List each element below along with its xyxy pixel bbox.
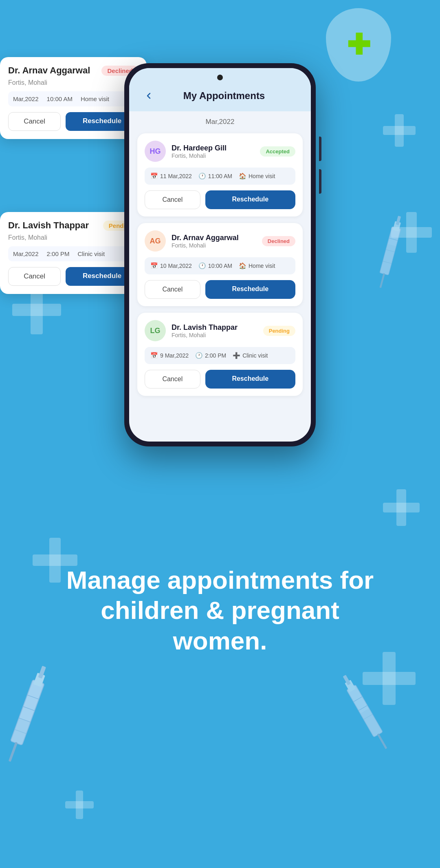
bg-card2-actions: Cancel Reschedule xyxy=(8,267,139,286)
appt3-date: 📅 9 Mar,2022 xyxy=(150,352,189,359)
bg-card1-date: Mar,2022 xyxy=(13,95,39,102)
appt1-doctor-name: Dr. Hardeep Gill xyxy=(172,144,254,152)
appointment-card-3: LG Dr. Lavish Thappar Fortis, Mohali Pen… xyxy=(137,313,303,396)
appt2-cancel-button[interactable]: Cancel xyxy=(145,280,200,299)
appt2-time: 🕐 10:00 AM xyxy=(198,262,232,269)
syringe-decoration-top-right xyxy=(360,205,440,308)
appt3-header: LG Dr. Lavish Thappar Fortis, Mohali Pen… xyxy=(145,320,295,341)
svg-rect-2 xyxy=(38,666,46,679)
calendar-icon-2: 📅 xyxy=(150,262,158,269)
bg-card2-hospital: Fortis, Mohali xyxy=(8,234,139,241)
appt1-header: HG Dr. Hardeep Gill Fortis, Mohali Accep… xyxy=(145,141,295,162)
appt1-cancel-button[interactable]: Cancel xyxy=(145,190,200,209)
bg-card2-doctor-name: Dr. Lavish Thappar xyxy=(8,220,89,231)
appt2-doctor-info: Dr. Arnav Aggarwal Fortis, Mohali xyxy=(172,234,256,249)
clock-icon-2: 🕐 xyxy=(198,262,206,269)
bg-card1-doctor-name: Dr. Arnav Aggarwal xyxy=(8,65,90,76)
syringe-decoration-right xyxy=(323,639,440,779)
appt1-status-badge: Accepted xyxy=(260,146,295,157)
appt2-visit-type: 🏠 Home visit xyxy=(239,262,275,269)
home-icon: 🏠 xyxy=(239,172,246,180)
appt3-avatar: LG xyxy=(145,320,166,341)
syringe-decoration-left xyxy=(0,650,120,800)
appt2-actions: Cancel Reschedule xyxy=(145,280,295,299)
appt1-doctor-info: Dr. Hardeep Gill Fortis, Mohali xyxy=(172,144,254,159)
home-icon-2: 🏠 xyxy=(239,262,246,269)
appt2-details: 📅 10 Mar,2022 🕐 10:00 AM 🏠 Home visit xyxy=(145,257,295,274)
appt2-doctor-name: Dr. Arnav Aggarwal xyxy=(172,234,256,242)
tagline-text: Manage appointments for children & pregn… xyxy=(33,565,407,656)
bg-card1-actions: Cancel Reschedule xyxy=(8,112,139,131)
appt3-doctor-info: Dr. Lavish Thappar Fortis, Mohali xyxy=(172,323,257,338)
svg-rect-20 xyxy=(380,273,385,288)
tagline-section: Manage appointments for children & pregn… xyxy=(0,541,440,656)
appt2-avatar: AG xyxy=(145,230,166,252)
appt1-date: 📅 11 Mar,2022 xyxy=(150,172,192,180)
appt2-status-badge: Declined xyxy=(262,236,295,246)
back-button[interactable] xyxy=(141,88,156,103)
phone-camera xyxy=(217,75,223,80)
appt1-time: 🕐 11:00 AM xyxy=(198,172,232,180)
appt3-actions: Cancel Reschedule xyxy=(145,370,295,389)
phone-mockup: My Appointments Mar,2022 HG Dr. Hardeep … xyxy=(124,63,316,446)
shield-decoration: ✚ xyxy=(326,8,407,90)
appt3-doctor-name: Dr. Lavish Thappar xyxy=(172,323,257,332)
bg-cross-4 xyxy=(383,489,420,526)
appt3-reschedule-button[interactable]: Reschedule xyxy=(205,370,295,389)
svg-rect-24 xyxy=(380,244,396,274)
app-title: My Appointments xyxy=(164,90,284,102)
app-screen: My Appointments Mar,2022 HG Dr. Hardeep … xyxy=(129,68,311,442)
appt3-hospital: Fortis, Mohali xyxy=(172,332,257,338)
phone-screen: My Appointments Mar,2022 HG Dr. Hardeep … xyxy=(129,68,311,442)
phone-power-button xyxy=(319,169,321,194)
bg-card2-cancel-button[interactable]: Cancel xyxy=(8,267,61,286)
appt1-hospital: Fortis, Mohali xyxy=(172,152,254,159)
appointment-card-1: HG Dr. Hardeep Gill Fortis, Mohali Accep… xyxy=(137,133,303,216)
bg-card1-hospital: Fortis, Mohali xyxy=(8,79,139,86)
svg-rect-3 xyxy=(9,742,18,762)
bg-card2-details: Mar,2022 2:00 PM Clinic visit xyxy=(8,246,139,261)
clock-icon: 🕐 xyxy=(198,172,206,180)
bg-cross-1 xyxy=(383,114,416,147)
appointments-list: HG Dr. Hardeep Gill Fortis, Mohali Accep… xyxy=(129,129,311,442)
appt3-status-badge: Pending xyxy=(263,326,295,336)
bg-card1-time: 10:00 AM xyxy=(47,95,73,102)
clock-icon-3: 🕐 xyxy=(195,352,203,359)
appt1-actions: Cancel Reschedule xyxy=(145,190,295,209)
appt3-details: 📅 9 Mar,2022 🕐 2:00 PM ➕ Clinic visit xyxy=(145,347,295,364)
bg-card1-details: Mar,2022 10:00 AM Home visit xyxy=(8,91,139,106)
calendar-icon: 📅 xyxy=(150,172,158,180)
appt2-date: 📅 10 Mar,2022 xyxy=(150,262,192,269)
appt1-avatar: HG xyxy=(145,141,166,162)
appt2-reschedule-button[interactable]: Reschedule xyxy=(205,280,295,299)
bg-card2-time: 2:00 PM xyxy=(47,250,70,257)
appt1-reschedule-button[interactable]: Reschedule xyxy=(205,190,295,209)
bg-card2-date: Mar,2022 xyxy=(13,250,39,257)
appt3-visit-type: ➕ Clinic visit xyxy=(233,352,268,359)
calendar-icon-3: 📅 xyxy=(150,352,158,359)
appt1-visit-type: 🏠 Home visit xyxy=(239,172,275,180)
appt3-cancel-button[interactable]: Cancel xyxy=(145,370,200,389)
bg-card1-cancel-button[interactable]: Cancel xyxy=(8,112,61,131)
appt1-details: 📅 11 Mar,2022 🕐 11:00 AM 🏠 Home visit xyxy=(145,168,295,185)
bg-card1-visit: Home visit xyxy=(81,95,109,102)
svg-rect-12 xyxy=(377,733,387,749)
clinic-icon: ➕ xyxy=(233,352,240,359)
phone-volume-button xyxy=(319,137,321,161)
appt2-hospital: Fortis, Mohali xyxy=(172,242,256,249)
appt2-header: AG Dr. Arnav Aggarwal Fortis, Mohali Dec… xyxy=(145,230,295,252)
shield-cross-icon: ✚ xyxy=(347,31,371,59)
appointment-card-2: AG Dr. Arnav Aggarwal Fortis, Mohali Dec… xyxy=(137,223,303,306)
bg-card2-visit: Clinic visit xyxy=(77,250,105,257)
appt3-time: 🕐 2:00 PM xyxy=(195,352,226,359)
month-label: Mar,2022 xyxy=(129,111,311,129)
